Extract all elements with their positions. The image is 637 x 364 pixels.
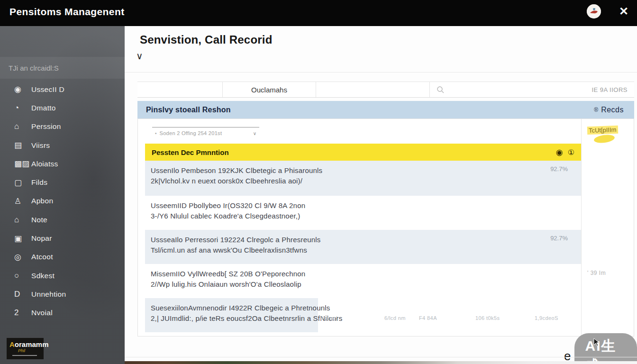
divider [125,72,637,73]
sidebar-item-label: Viisrs [31,141,50,150]
frame-icon: ▢ [14,178,27,188]
sidebar-item-label: Unnehtion [31,290,66,299]
sidebar-item-aloiatss[interactable]: ▩▨ Aloiatss [0,155,125,173]
row-meta: 1,9cdeoS [535,315,558,321]
row-meta: 6/lcd nm [384,315,406,321]
records-table: • Soden 2 Offing 254 201st ∨ Pessten Dec… [137,118,634,337]
watermark-pill: AI生成 [574,333,637,364]
sidebar-item-dmatto[interactable]: ◔ Dmatto [0,99,125,117]
app-title: Pensitoms Managenent [9,6,125,18]
panel-header: Pinslvy stoeall Reshon ® Recds [137,101,634,118]
sticker-label: TcUt[pIIIm [587,126,618,135]
sidebar-item-note[interactable]: ⌂ Note [0,210,125,229]
row-meta: 106 t0k5s [475,315,500,321]
sidebar: ◉ UssecII D ◔ Dmatto ⌂ Perssion ▤ Viisrs… [0,26,125,364]
divider [125,357,637,357]
bank-icon: ⌂ [14,122,27,131]
filter-cell-empty[interactable] [316,82,430,97]
rows-dropdown[interactable]: • Soden 2 Offing 254 201st ∨ [152,127,259,139]
avatar[interactable] [587,4,601,18]
row-line2: 2,| JUImdlid:, p/ie teRs eoucsf2Oa Clbee… [151,313,575,324]
table-row[interactable]: MissemIIO VyllWreedb[ SZ 20B O'Peporechn… [145,264,581,298]
avatar-logo-icon [587,4,601,18]
dropdown-marker-icon: • [155,131,157,136]
row-line2: 3-/Y6 Nlulul cablec Koadre'a Clsegdeastn… [151,211,575,221]
records-label: Recds [601,106,624,114]
close-icon[interactable]: ✕ [619,5,628,18]
sidebar-item-label: Sdkest [31,272,55,280]
row-meta: tio1ag/ [320,315,337,321]
sidebar-item-label: Atcoot [31,253,53,261]
person-icon: ♙ [14,196,27,206]
bottom-strip [125,361,637,364]
sidebar-item-pension[interactable]: ⌂ Perssion [0,118,125,136]
sidebar-item-sdkest[interactable]: ○ Sdkest [0,266,125,285]
user-icon: ◉ [14,84,27,94]
row-line1: UssenIlo Pembeson 192KJK Clbetegic a Phi… [151,165,575,176]
cursor-icon [593,338,600,346]
highlight-banner[interactable]: Pessten Dec Pmnntion ◉ ① [145,144,581,161]
row-line2: 2k|Vlchol.kv n euext oorsk0x Clbeehresli… [151,176,575,186]
sidebar-item-label: Note [31,216,47,224]
numeral-two-icon: 2 [14,308,27,318]
side-note: ' 39 Im [587,270,606,276]
filter-tab[interactable]: Ouclamahs [223,82,316,97]
letter-d-icon: D [14,290,27,299]
sidebar-item-fields[interactable]: ▢ Filds [0,173,125,191]
row-percent: 92.7% [550,165,568,173]
table-row[interactable]: UsseemIID Pbollybeo Ir(OS320 Cl 9/W 8A 2… [145,196,581,230]
sidebar-item-label: Nopar [31,234,52,243]
info-icon[interactable]: ① [568,148,574,157]
brand-title: Aoramamm [9,340,44,348]
sidebar-search-input[interactable] [9,61,116,75]
crescent-icon: ◔ [14,103,27,113]
banner-label: Pessten Dec Pmnntion [152,148,556,156]
page-title: Senvistion, Call Recorid [140,33,273,46]
brand-initial: A [9,340,15,348]
dropdown-label: Soden 2 Offing 254 201st [160,130,253,136]
watermark-label: AI生成 [585,338,616,364]
sidebar-item-nopar[interactable]: ▣ Nopar [0,229,125,247]
panel-title: Pinslvy stoeall Reshon [146,106,231,114]
home-icon: ⌂ [14,215,27,225]
title-bar: Pensitoms Managenent ✕ [0,0,637,26]
sidebar-item-label: UssecII D [31,85,64,94]
ai-watermark: e AI生成 [564,333,637,364]
chevron-down-icon[interactable]: ∨ [136,50,143,62]
brand-box[interactable]: Aoramamm Phil [7,338,44,359]
records-button[interactable]: ® Recds [594,106,624,114]
coin-icon[interactable]: ◉ [556,147,563,157]
brand-rest: oramamm [15,340,49,348]
brand-script: Phil [18,348,44,353]
row-line2: Tsl/icml.un asf ana wwsk'Ou Clbeelraxlis… [151,245,575,255]
sidebar-item-user-id[interactable]: ◉ UssecII D [0,80,125,99]
search-icon [437,86,444,93]
filter-bar: Ouclamahs IE 9A IIORS [137,82,634,98]
search-hint: IE 9A IIORS [592,86,628,93]
registered-icon: ® [594,107,598,113]
target-icon: ◎ [14,252,27,262]
sidebar-item-label: Perssion [31,122,61,131]
badge-icon: ▣ [14,234,27,244]
sticker: TcUt[pIIIm [587,126,632,143]
sidebar-menu: ◉ UssecII D ◔ Dmatto ⌂ Perssion ▤ Viisrs… [0,80,125,322]
sidebar-item-apbon[interactable]: ♙ Apbon [0,192,125,210]
filter-search[interactable]: IE 9A IIORS [430,82,634,97]
filter-cell-empty[interactable] [137,82,223,97]
row-percent: 92.7% [550,235,568,242]
sidebar-item-visits[interactable]: ▤ Viisrs [0,136,125,155]
sidebar-item-about[interactable]: ◎ Atcoot [0,248,125,266]
circle-icon: ○ [14,271,27,281]
table-row[interactable]: UssenIlo Pembeson 192KJK Clbetegic a Phi… [145,161,581,196]
table-row[interactable]: UssseaIlo Perressori 192224 Clregolc a P… [145,230,581,264]
sidebar-item-label: Apbon [31,197,53,205]
brand-underline [12,355,37,356]
row-line1: MissemIIO VyllWreedb[ SZ 20B O'Peporechn… [151,269,575,279]
sidebar-item-nvoial[interactable]: 2 Nvoial [0,304,125,322]
row-line1: UssseaIlo Perressori 192224 Clregolc a P… [151,235,575,245]
table-row[interactable]: SuesexiilonAvmnenodir I4922R Clbegeic a … [145,298,581,332]
document-icon: ▤ [14,140,27,150]
sidebar-item-unnehtion[interactable]: D Unnehtion [0,285,125,303]
row-line2: 2//Wp lulig.his Onlaiaun worsh'O'a Clleo… [151,279,575,290]
sticker-blob [593,134,615,144]
